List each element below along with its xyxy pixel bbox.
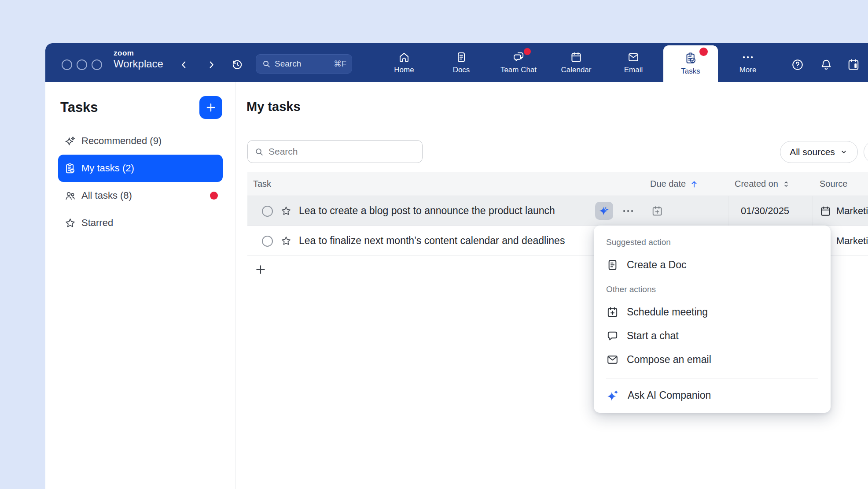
menu-item-create-doc[interactable]: Create a Doc xyxy=(594,252,831,277)
task-row[interactable]: Lea to create a blog post to announce th… xyxy=(247,196,868,226)
global-search-placeholder: Search xyxy=(275,59,334,69)
task-complete-radio[interactable] xyxy=(262,236,273,247)
calendar-plus-icon xyxy=(651,205,663,217)
calendar-plus-icon xyxy=(606,306,619,319)
search-icon xyxy=(254,147,264,157)
menu-section-suggested: Suggested action xyxy=(606,237,671,247)
help-icon xyxy=(791,58,804,71)
team-chat-badge xyxy=(524,48,531,55)
ai-sparkle-icon xyxy=(598,205,610,217)
forward-button[interactable] xyxy=(203,56,220,73)
search-shortcut: ⌘F xyxy=(334,59,346,69)
home-icon xyxy=(398,51,410,63)
history-icon xyxy=(231,58,244,71)
plus-icon xyxy=(254,263,267,276)
window-control-close[interactable] xyxy=(62,59,72,70)
workplace-logo: Workplace xyxy=(114,58,163,70)
filter-button-partial[interactable] xyxy=(864,141,868,163)
col-created-on[interactable]: Created on xyxy=(735,172,791,196)
plus-icon xyxy=(205,102,217,113)
chevron-right-icon xyxy=(206,60,216,70)
sidebar-item-recommended[interactable]: Recommended (9) xyxy=(58,127,223,155)
calendar-panel-icon xyxy=(847,58,860,71)
search-icon xyxy=(261,59,271,69)
tasks-badge xyxy=(699,48,708,56)
page-title: My tasks xyxy=(246,100,301,114)
task-search[interactable] xyxy=(247,140,423,163)
task-title: Lea to finalize next month’s content cal… xyxy=(299,235,565,247)
email-icon xyxy=(627,51,640,63)
star-icon xyxy=(280,235,292,247)
sidebar-title: Tasks xyxy=(60,100,98,115)
tasks-icon xyxy=(684,52,697,65)
task-star-button[interactable] xyxy=(280,235,292,247)
history-button[interactable] xyxy=(229,56,246,73)
source-value: Marketing xyxy=(836,235,868,247)
chat-icon xyxy=(606,330,619,342)
star-icon xyxy=(64,217,76,229)
window-control-zoom[interactable] xyxy=(92,59,102,70)
sources-filter-button[interactable]: All sources xyxy=(780,141,858,163)
add-due-date-button[interactable] xyxy=(651,205,663,217)
task-star-button[interactable] xyxy=(280,205,292,217)
sidebar: Tasks Recommended (9) My tasks (2) xyxy=(45,82,235,489)
ai-companion-icon xyxy=(606,389,620,402)
my-tasks-icon xyxy=(64,163,76,174)
nav-home[interactable]: Home xyxy=(378,43,430,82)
source-calendar-icon xyxy=(820,205,831,217)
star-icon xyxy=(280,205,292,217)
schedule-button[interactable] xyxy=(846,57,861,73)
menu-item-ask-ai[interactable]: Ask AI Companion xyxy=(594,383,831,408)
sparkle-icon xyxy=(64,135,76,147)
all-tasks-badge xyxy=(210,192,218,200)
notifications-button[interactable] xyxy=(818,57,834,73)
col-task: Task xyxy=(253,172,271,196)
menu-item-start-chat[interactable]: Start a chat xyxy=(594,323,831,348)
team-chat-icon xyxy=(512,51,525,63)
col-due-date[interactable]: Due date xyxy=(650,172,699,196)
task-title: Lea to create a blog post to announce th… xyxy=(299,205,555,217)
email-icon xyxy=(606,353,619,366)
bell-icon xyxy=(820,58,833,71)
created-on-value: 01/30/2025 xyxy=(741,205,789,217)
global-search[interactable]: Search ⌘F xyxy=(256,54,352,74)
task-search-input[interactable] xyxy=(268,146,401,157)
menu-section-other: Other actions xyxy=(606,285,656,294)
menu-item-compose-email[interactable]: Compose an email xyxy=(594,347,831,372)
zoom-logo: zoom xyxy=(114,49,134,58)
ai-companion-button[interactable] xyxy=(595,202,613,220)
sidebar-item-my-tasks[interactable]: My tasks (2) xyxy=(58,155,223,182)
task-complete-radio[interactable] xyxy=(262,206,273,217)
menu-divider xyxy=(606,378,818,378)
more-icon xyxy=(741,51,754,63)
nav-more[interactable]: More xyxy=(721,43,774,82)
row-more-button[interactable] xyxy=(622,207,635,215)
window-control-minimize[interactable] xyxy=(77,59,87,70)
nav-email[interactable]: Email xyxy=(607,43,660,82)
sort-both-icon xyxy=(782,180,791,189)
doc-icon xyxy=(606,259,619,271)
nav-tasks-active-tab[interactable]: Tasks xyxy=(663,45,718,82)
menu-item-schedule-meeting[interactable]: Schedule meeting xyxy=(594,300,831,324)
sidebar-item-all-tasks[interactable]: All tasks (8) xyxy=(58,182,223,209)
app-window: zoom Workplace Search ⌘F Home xyxy=(45,43,868,489)
nav-calendar[interactable]: Calendar xyxy=(550,43,603,82)
source-value: Marketing xyxy=(836,205,868,217)
calendar-icon xyxy=(570,51,582,63)
nav-team-chat[interactable]: Team Chat xyxy=(492,43,545,82)
sidebar-item-starred[interactable]: Starred xyxy=(58,209,223,237)
chevron-left-icon xyxy=(179,60,189,70)
topbar: zoom Workplace Search ⌘F Home xyxy=(45,43,868,82)
ai-actions-menu: Suggested action Create a Doc Other acti… xyxy=(594,226,831,413)
sort-asc-icon xyxy=(689,179,699,189)
col-source: Source xyxy=(820,172,847,196)
nav-docs[interactable]: Docs xyxy=(435,43,488,82)
add-task-button[interactable] xyxy=(199,96,222,119)
docs-icon xyxy=(455,51,467,63)
help-button[interactable] xyxy=(790,57,805,73)
table-header: Task Due date Created on Source xyxy=(247,172,868,196)
people-icon xyxy=(64,190,76,202)
back-button[interactable] xyxy=(176,56,192,73)
chevron-down-icon xyxy=(839,148,848,156)
